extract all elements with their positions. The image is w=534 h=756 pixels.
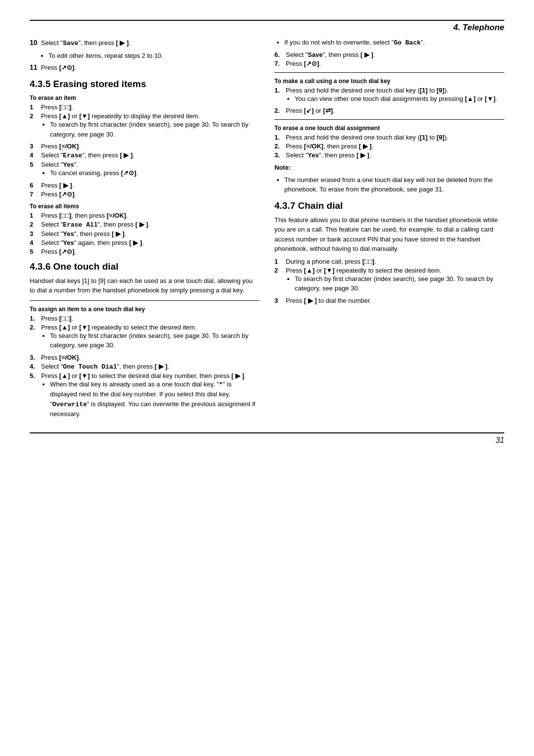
right-top-bullets: If you do not wish to overwrite, select … (274, 38, 504, 48)
step-11-block: 11 Press [↗⊙]. (30, 62, 260, 73)
erase-step-3: 3 Press [≡/OK]. (30, 142, 260, 150)
erase-all-heading: To erase all items (30, 203, 260, 210)
assign-step-5: 5. Press [▲] or [▼] to select the desire… (30, 372, 260, 421)
chain-step-1: 1 During a phone call, press [□□]. (274, 258, 504, 265)
divider-assign (30, 300, 260, 301)
make-call-step-2: 2. Press [↙] or [⇄]. (274, 107, 504, 114)
step-11-num: 11 (30, 63, 38, 71)
erase-all-step-4: 4 Select "Yes" again, then press [ ▶ ]. (30, 239, 260, 246)
make-call-step-1-bullet: You can view other one touch dial assign… (295, 94, 497, 104)
save-code: Save (63, 40, 78, 47)
chain-step-3: 3 Press [ ▶ ] to dial the number. (274, 297, 504, 304)
assign-step-4: 4. Select "One Touch Dial", then press [… (30, 363, 260, 371)
section-436-title: 4.3.6 One touch dial (30, 261, 260, 272)
assign-heading: To assign an item to a one touch dial ke… (30, 306, 260, 313)
step-11-key: [↗⊙] (59, 64, 75, 71)
step-10-bullet-item: To edit other items, repeat steps 2 to 1… (48, 51, 260, 61)
note-list: The number erased from a one touch dial … (274, 175, 504, 194)
erase-all-step-3: 3 Select "Yes", then press [ ▶ ]. (30, 230, 260, 237)
right-step-7: 7. Press [↗⊙]. (274, 60, 504, 67)
assign-step-1: 1. Press [□□]. (30, 315, 260, 322)
assign-step-5-bullet: When the dial key is already used as a o… (50, 379, 260, 419)
assign-step-3: 3. Press [≡/OK]. (30, 354, 260, 361)
page: 4. Telephone 10 Select "Save", then pres… (0, 0, 534, 756)
header-row: 4. Telephone (30, 23, 504, 33)
erase-all-step-5: 5 Press [↗⊙]. (30, 248, 260, 255)
overwrite-bullet: If you do not wish to overwrite, select … (284, 38, 504, 48)
note-label: Note: (274, 163, 504, 173)
divider-make-call (274, 72, 504, 73)
erase-step-7: 7 Press [↗⊙]. (30, 190, 260, 198)
erase-all-step-1: 1 Press [□□], then press [≡/OK]. (30, 212, 260, 219)
erase-item-heading: To erase an item (30, 94, 260, 101)
right-column: If you do not wish to overwrite, select … (274, 38, 504, 423)
make-call-heading: To make a call using a one touch dial ke… (274, 78, 504, 85)
erase-assign-step-2: 2. Press [≡/OK], then press [ ▶ ]. (274, 142, 504, 150)
erase-step-6: 6 Press [ ▶ ]. (30, 182, 260, 189)
make-call-step-1: 1. Press and hold the desired one touch … (274, 87, 504, 106)
step-10-num: 10 (30, 39, 38, 47)
note-bullet: The number erased from a one touch dial … (284, 175, 504, 194)
divider-erase-assign (274, 119, 504, 120)
page-number: 31 (495, 436, 504, 445)
erase-step-1: 1 Press [□□]. (30, 103, 260, 111)
erase-step-4: 4 Select "Erase", then press [ ▶ ]. (30, 151, 260, 159)
section-435-title: 4.3.5 Erasing stored items (30, 79, 260, 90)
assign-step-2-bullet: To search by first character (index sear… (50, 331, 260, 350)
erase-step-5-bullet: To cancel erasing, press [↗⊙]. (50, 168, 138, 178)
header-rule (30, 20, 504, 21)
section-437-title: 4.3.7 Chain dial (274, 200, 504, 211)
chain-step-2: 2 Press [▲] or [▼] repeatedly to select … (274, 267, 504, 295)
assign-step-2: 2. Press [▲] or [▼] repeatedly to select… (30, 324, 260, 352)
step-11-text: 11 Press [↗⊙]. (30, 62, 260, 73)
chain-step-2-bullet: To search by first character (index sear… (295, 274, 504, 293)
step-10-block: 10 Select "Save", then press [ ▶ ]. To e… (30, 38, 260, 60)
page-section-title: 4. Telephone (453, 23, 504, 33)
erase-step-2-bullet: To search by first character (index sear… (50, 120, 260, 139)
erase-all-step-2: 2 Select "Erase All", then press [ ▶ ]. (30, 221, 260, 229)
erase-assign-step-1: 1. Press and hold the desired one touch … (274, 134, 504, 141)
erase-step-5: 5 Select "Yes". To cancel erasing, press… (30, 161, 260, 180)
step-10-key: [ ▶ ] (116, 39, 129, 47)
left-column: 10 Select "Save", then press [ ▶ ]. To e… (30, 38, 260, 423)
step-10-bullet: To edit other items, repeat steps 2 to 1… (30, 51, 260, 61)
erase-assign-step-3: 3. Select "Yes", then press [ ▶ ]. (274, 151, 504, 159)
erase-assign-heading: To erase a one touch dial assignment (274, 125, 504, 132)
erase-step-2: 2 Press [▲] or [▼] repeatedly to display… (30, 112, 260, 141)
section-437-intro: This feature allows you to dial phone nu… (274, 215, 504, 254)
content-columns: 10 Select "Save", then press [ ▶ ]. To e… (30, 38, 504, 423)
section-436-intro: Handset dial keys [1] to [9] can each be… (30, 276, 260, 295)
right-step-6: 6. Select "Save", then press [ ▶ ]. (274, 51, 504, 58)
footer-row: 31 (30, 433, 504, 445)
step-10-text: 10 Select "Save", then press [ ▶ ]. (30, 38, 260, 48)
